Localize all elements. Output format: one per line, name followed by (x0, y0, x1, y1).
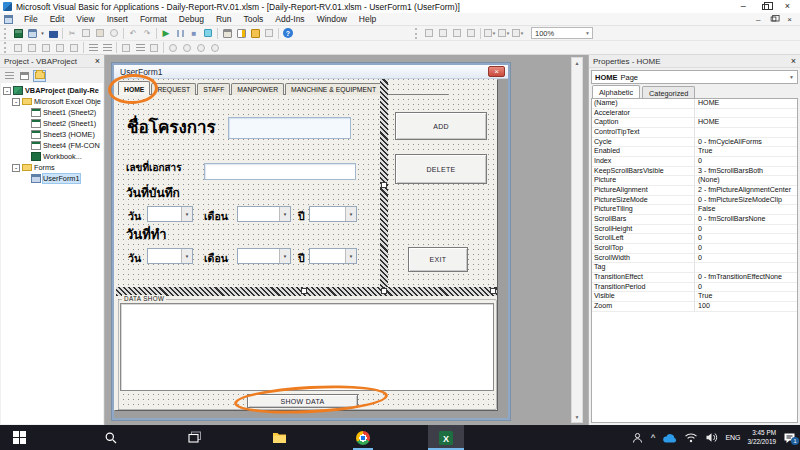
zoom-out-icon[interactable] (166, 41, 180, 54)
send-to-back-icon[interactable] (25, 41, 39, 54)
resize-handle[interactable] (381, 182, 387, 188)
property-row[interactable]: ControlTipText (592, 128, 797, 138)
size-dropdown-icon[interactable]: ▼ (511, 27, 525, 40)
align-right-icon[interactable] (100, 41, 114, 54)
tree-expander-icon[interactable]: - (12, 164, 20, 172)
reset-icon[interactable]: ■ (187, 27, 201, 40)
paste-icon[interactable] (93, 27, 107, 40)
menu-item[interactable]: Insert (101, 13, 134, 26)
child-window-icon[interactable] (4, 15, 13, 24)
form-tab[interactable]: MANPOWER (231, 83, 284, 95)
form-tab[interactable]: REQUEST (151, 83, 196, 95)
people-icon[interactable] (631, 432, 644, 444)
project-name-textbox[interactable] (228, 117, 351, 139)
property-row[interactable]: PictureAlignment2 - fmPictureAlignmentCe… (592, 186, 797, 196)
dropdown-icon[interactable]: ▼ (345, 207, 356, 221)
tree-expander-icon[interactable]: - (3, 87, 11, 95)
record-day-combobox[interactable]: ▼ (147, 206, 193, 222)
form-tab[interactable]: HOME (118, 81, 150, 95)
property-row[interactable]: TransitionEffect0 - fmTransitionEffectNo… (592, 273, 797, 283)
help-icon[interactable]: ? (281, 27, 295, 40)
ungroup-controls-icon[interactable] (53, 41, 67, 54)
project-tree-item[interactable]: Sheet1 (Sheet2) (1, 107, 103, 118)
resize-handle[interactable] (381, 288, 387, 294)
save-icon[interactable] (46, 27, 60, 40)
property-row[interactable]: ScrollWidth0 (592, 254, 797, 264)
toolbar-grip[interactable] (415, 28, 419, 39)
excel-taskbar-button[interactable]: X (428, 425, 464, 450)
property-row[interactable]: Index0 (592, 157, 797, 167)
property-row[interactable]: PictureTilingFalse (592, 205, 797, 215)
dropdown-icon[interactable]: ▼ (279, 249, 290, 263)
chrome-icon[interactable] (348, 425, 378, 450)
width-same-icon[interactable] (133, 41, 147, 54)
menu-item[interactable]: Help (353, 13, 382, 26)
record-month-combobox[interactable]: ▼ (237, 206, 291, 222)
insert-userform-icon[interactable] (25, 27, 39, 40)
properties-close-icon[interactable]: × (791, 57, 796, 66)
design-mode-icon[interactable] (201, 27, 215, 40)
data-show-listbox[interactable] (120, 303, 494, 391)
exit-button[interactable]: EXIT (408, 247, 468, 272)
child-restore-icon[interactable] (771, 17, 777, 22)
property-row[interactable]: ScrollBars0 - fmScrollBarsNone (592, 215, 797, 225)
mdi-vertical-scrollbar[interactable]: ▲ ▼ (571, 57, 583, 423)
redo-icon[interactable]: ↷ (140, 27, 154, 40)
view-object-icon[interactable] (18, 70, 31, 82)
form-tab[interactable]: MANCHINE & EQUIPMENT (285, 83, 382, 95)
object-selector-dropdown-icon[interactable]: ▼ (789, 74, 797, 80)
zoom-in-icon[interactable] (180, 41, 194, 54)
network-icon[interactable] (684, 432, 698, 443)
resize-handle[interactable] (490, 288, 496, 294)
property-row[interactable]: TransitionPeriod0 (592, 283, 797, 293)
property-row[interactable]: Accelerator (592, 109, 797, 119)
made-day-combobox[interactable]: ▼ (147, 248, 193, 264)
undo-icon[interactable]: ↶ (126, 27, 140, 40)
project-close-icon[interactable]: × (95, 57, 100, 66)
align-dropdown-icon[interactable]: ▼ (483, 27, 497, 40)
menu-item[interactable]: Edit (44, 13, 71, 26)
language-indicator[interactable]: ENG (725, 434, 740, 441)
project-tree-item[interactable]: Sheet3 (HOME) (1, 129, 103, 140)
minimize-icon[interactable]: – (741, 2, 746, 11)
view-excel-icon[interactable] (11, 27, 25, 40)
project-tree-item[interactable]: Sheet2 (Sheet1) (1, 118, 103, 129)
task-view-icon[interactable] (180, 425, 210, 450)
start-button[interactable] (4, 425, 34, 450)
property-row[interactable]: Picture(None) (592, 176, 797, 186)
menu-item[interactable]: File (18, 13, 44, 26)
property-row[interactable]: CaptionHOME (592, 118, 797, 128)
grid-settings-icon[interactable] (208, 41, 222, 54)
menu-item[interactable]: View (70, 13, 100, 26)
project-explorer-icon[interactable] (220, 27, 234, 40)
child-close-icon[interactable]: × (787, 15, 792, 24)
menu-item[interactable]: Window (311, 13, 353, 26)
property-row[interactable]: ScrollLeft0 (592, 234, 797, 244)
project-tree-item[interactable]: Workbook... (1, 151, 103, 162)
volume-icon[interactable] (705, 432, 718, 443)
action-center-icon[interactable]: 1 (783, 432, 796, 444)
record-year-combobox[interactable]: ▼ (309, 206, 357, 222)
center-dropdown-icon[interactable]: ▼ (497, 27, 511, 40)
property-row[interactable]: KeepScrollBarsVisible3 - fmScrollBarsBot… (592, 167, 797, 177)
made-month-combobox[interactable]: ▼ (237, 248, 291, 264)
project-tree-item[interactable]: Sheet4 (FM-CON (1, 140, 103, 151)
made-year-combobox[interactable]: ▼ (309, 248, 357, 264)
menu-item[interactable]: Run (210, 13, 238, 26)
property-row[interactable]: Tag (592, 263, 797, 273)
insert-dropdown-icon[interactable]: ▼ (39, 27, 46, 40)
height-same-icon[interactable] (147, 41, 161, 54)
cut-icon[interactable]: ✂ (65, 27, 79, 40)
property-row[interactable]: ScrollTop0 (592, 244, 797, 254)
group-controls-icon[interactable] (39, 41, 53, 54)
toolbar-grip[interactable] (4, 28, 8, 39)
center-in-form-icon[interactable] (119, 41, 133, 54)
zoom-combobox[interactable]: 100% ▼ (531, 27, 593, 39)
userform-close-icon[interactable]: × (488, 66, 505, 77)
object-browser-icon[interactable] (262, 27, 276, 40)
dropdown-icon[interactable]: ▼ (181, 249, 192, 263)
order-icon[interactable] (67, 41, 81, 54)
project-tree-item[interactable]: -Microsoft Excel Obje (1, 96, 103, 107)
property-row[interactable]: EnabledTrue (592, 147, 797, 157)
tray-expand-icon[interactable]: ^ (651, 433, 656, 442)
